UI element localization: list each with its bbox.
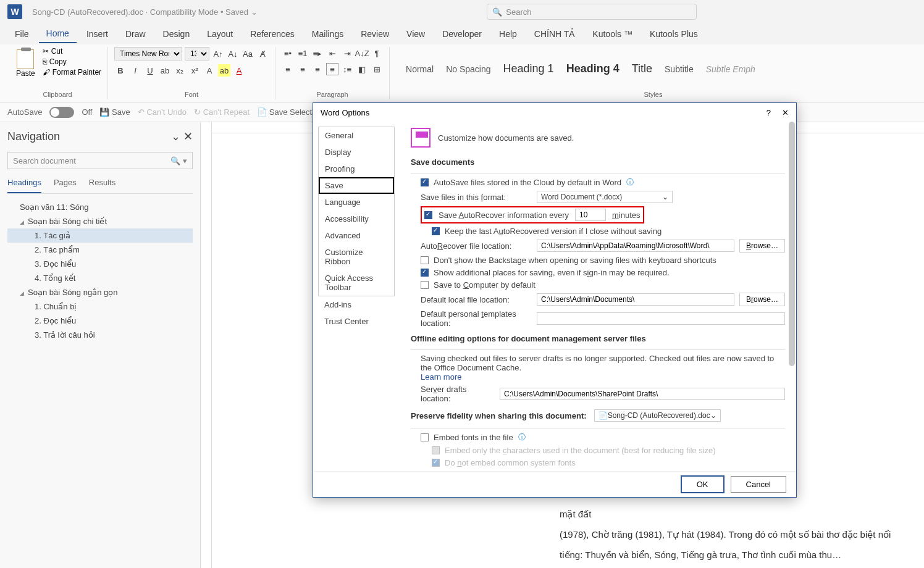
multilevel-icon[interactable]: ≡▸ — [311, 47, 324, 59]
subscript-button[interactable]: x₂ — [174, 64, 186, 77]
side-general[interactable]: General — [319, 127, 394, 144]
tab-file[interactable]: File — [7, 25, 36, 43]
shading-icon[interactable]: ◧ — [356, 63, 368, 75]
chk-save-computer[interactable] — [421, 281, 429, 289]
tree-item[interactable]: Soạn bài Sóng ngắn gọn — [7, 285, 193, 299]
tab-developer[interactable]: Developer — [435, 25, 489, 43]
dialog-help-icon[interactable]: ? — [766, 108, 771, 117]
nav-close-icon[interactable]: ✕ — [183, 130, 193, 143]
text-effects-icon[interactable]: A — [203, 64, 216, 77]
bold-button[interactable]: B — [114, 64, 127, 77]
tree-item[interactable]: 3. Trả lời câu hỏi — [7, 328, 193, 342]
clear-format-icon[interactable]: A̸ — [256, 48, 269, 60]
drafts-input[interactable] — [500, 388, 785, 400]
tree-item[interactable]: Soạn văn 11: Sóng — [7, 200, 193, 214]
font-color-icon[interactable]: A — [233, 64, 245, 77]
vertical-ruler[interactable] — [201, 122, 212, 568]
style-heading1[interactable]: Heading 1 — [503, 62, 554, 75]
info-icon[interactable]: ⓘ — [626, 177, 634, 188]
tree-item[interactable]: Soạn bài Sóng chi tiết — [7, 214, 193, 228]
underline-button[interactable]: U — [144, 64, 156, 77]
style-normal[interactable]: Normal — [406, 64, 434, 74]
nav-tab-pages[interactable]: Pages — [54, 178, 77, 193]
italic-button[interactable]: I — [129, 64, 141, 77]
tab-insert[interactable]: Insert — [79, 25, 116, 43]
side-customize-ribbon[interactable]: Customize Ribbon — [319, 244, 394, 270]
tab-layout[interactable]: Layout — [200, 25, 240, 43]
align-left-icon[interactable]: ≡ — [282, 63, 294, 75]
increase-font-icon[interactable]: A↑ — [212, 48, 224, 60]
side-display[interactable]: Display — [319, 144, 394, 161]
chk-embed-fonts[interactable] — [421, 433, 429, 441]
chk-autosave-cloud[interactable] — [421, 178, 429, 186]
nav-tab-headings[interactable]: Headings — [7, 178, 41, 193]
justify-icon[interactable]: ≡ — [326, 63, 338, 75]
templates-input[interactable] — [537, 312, 785, 325]
learn-more-link[interactable]: Learn more — [421, 372, 461, 382]
tree-item[interactable]: 1. Chuẩn bị — [7, 299, 193, 314]
style-nospacing[interactable]: No Spacing — [446, 64, 490, 74]
tab-help[interactable]: Help — [492, 25, 524, 43]
nav-dropdown-icon[interactable]: ⌄ — [171, 130, 180, 143]
format-painter-button[interactable]: 🖌 Format Painter — [43, 68, 101, 77]
nav-tab-results[interactable]: Results — [89, 178, 116, 193]
dialog-scrollbar[interactable] — [789, 122, 795, 366]
font-name-select[interactable]: Times New Roman — [114, 47, 182, 61]
side-qat[interactable]: Quick Access Toolbar — [319, 270, 394, 296]
tree-item[interactable]: 2. Tác phẩm — [7, 243, 193, 257]
browse-local-button[interactable]: Browse… — [739, 293, 785, 306]
change-case-icon[interactable]: Aa — [242, 48, 254, 60]
tab-chinhta[interactable]: CHÍNH TẢ — [527, 25, 583, 43]
style-subtitle[interactable]: Subtitle — [665, 64, 694, 74]
side-proofing[interactable]: Proofing — [319, 161, 394, 177]
autosave-toggle[interactable] — [49, 107, 74, 118]
repeat-button[interactable]: ↻ Can't Repeat — [194, 107, 250, 117]
tree-item[interactable]: 1. Tác giả — [7, 228, 193, 243]
chk-backstage[interactable] — [421, 256, 429, 264]
cut-button[interactable]: ✂ Cut — [43, 47, 101, 56]
ok-button[interactable]: OK — [681, 475, 724, 493]
tab-design[interactable]: Design — [156, 25, 198, 43]
chk-keep-last[interactable] — [432, 227, 440, 235]
cancel-button[interactable]: Cancel — [731, 476, 786, 493]
style-title[interactable]: Title — [632, 62, 652, 75]
side-save[interactable]: Save — [319, 177, 394, 194]
tab-review[interactable]: Review — [353, 25, 397, 43]
copy-button[interactable]: ⎘ Copy — [43, 57, 101, 66]
side-accessibility[interactable]: Accessibility — [319, 211, 394, 227]
chk-show-places[interactable] — [421, 269, 429, 277]
strike-button[interactable]: ab — [159, 64, 171, 77]
style-heading4[interactable]: Heading 4 — [566, 62, 620, 75]
line-spacing-icon[interactable]: ↕≡ — [341, 63, 353, 75]
default-local-input[interactable] — [537, 293, 734, 306]
superscript-button[interactable]: x² — [188, 64, 201, 77]
font-size-select[interactable]: 13 — [185, 47, 209, 61]
autorecover-minutes-input[interactable] — [575, 209, 606, 221]
side-trust[interactable]: Trust Center — [318, 313, 395, 330]
sort-icon[interactable]: A↓Z — [356, 47, 368, 59]
decrease-indent-icon[interactable]: ⇤ — [326, 47, 338, 59]
borders-icon[interactable]: ⊞ — [371, 63, 383, 75]
search-box[interactable]: 🔍 Search — [487, 4, 697, 20]
tab-references[interactable]: References — [243, 25, 302, 43]
ar-location-input[interactable] — [537, 240, 734, 252]
preserve-doc-select[interactable]: 📄 Song-CD (AutoRecovered).doc ⌄ — [594, 409, 721, 422]
tab-home[interactable]: Home — [39, 25, 77, 43]
dialog-close-icon[interactable]: ✕ — [782, 108, 789, 117]
numbering-icon[interactable]: ≡1 — [296, 47, 309, 59]
style-subtle[interactable]: Subtle Emph — [706, 64, 755, 74]
show-marks-icon[interactable]: ¶ — [371, 47, 383, 59]
increase-indent-icon[interactable]: ⇥ — [341, 47, 353, 59]
side-advanced[interactable]: Advanced — [319, 227, 394, 244]
save-button[interactable]: 💾 Save — [99, 107, 130, 117]
decrease-font-icon[interactable]: A↓ — [227, 48, 239, 60]
tab-view[interactable]: View — [399, 25, 432, 43]
format-select[interactable]: Word Document (*.docx)⌄ — [537, 191, 673, 203]
side-language[interactable]: Language — [319, 194, 394, 211]
tab-mailings[interactable]: Mailings — [304, 25, 351, 43]
highlight-icon[interactable]: ab — [218, 64, 230, 77]
tab-kutoolsplus[interactable]: Kutools Plus — [642, 25, 705, 43]
tree-item[interactable]: 4. Tổng kết — [7, 271, 193, 285]
chk-autorecover[interactable] — [424, 211, 432, 219]
side-addins[interactable]: Add-ins — [318, 296, 395, 313]
